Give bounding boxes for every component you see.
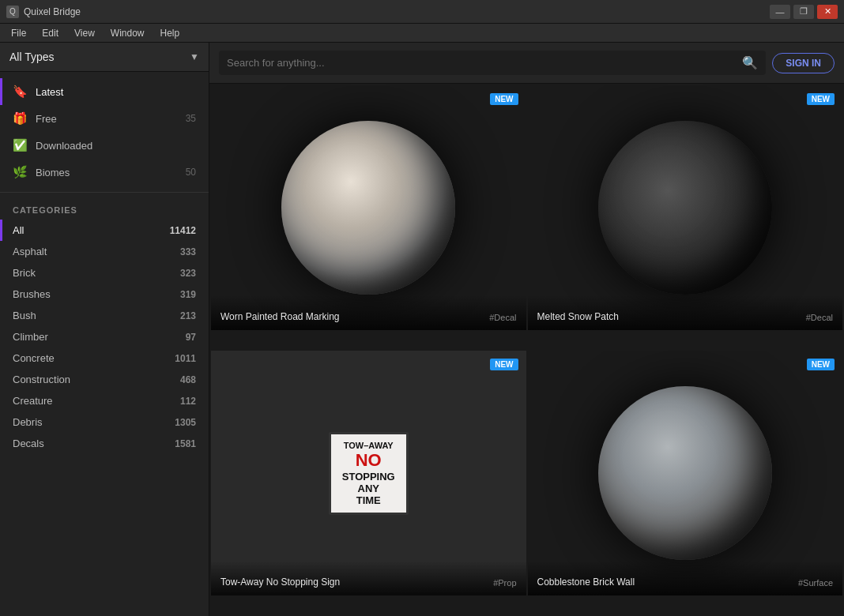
category-item-9[interactable]: Debris1305 [0, 411, 209, 433]
asset-preview-sign: TOW–AWAY NO STOPPING ANY TIME [211, 351, 526, 595]
search-icon: 🔍 [742, 55, 758, 70]
asset-info-1: Melted Snow Patch #Decal [528, 295, 843, 330]
nav-biomes[interactable]: 🌿 Biomes 50 [0, 159, 209, 186]
nav-free-label: Free [36, 113, 57, 125]
gift-icon: 🎁 [13, 111, 28, 126]
categories-list: All11412Asphalt333Brick323Brushes319Bush… [0, 220, 209, 454]
menu-help[interactable]: Help [153, 26, 188, 40]
category-item-7[interactable]: Construction468 [0, 369, 209, 390]
menu-bar: File Edit View Window Help [0, 24, 844, 43]
nav-free[interactable]: 🎁 Free 35 [0, 105, 209, 132]
menu-file[interactable]: File [3, 26, 34, 40]
search-bar: 🔍 SIGN IN [209, 43, 844, 84]
nav-latest[interactable]: 🔖 Latest [0, 78, 209, 105]
asset-preview-snow [598, 121, 772, 295]
category-label-5: Climber [13, 331, 48, 343]
nav-downloaded-label: Downloaded [36, 140, 92, 152]
asset-info-3: Cobblestone Brick Wall #Surface [528, 561, 843, 595]
category-item-2[interactable]: Brick323 [0, 262, 209, 284]
minimize-button[interactable]: — [770, 5, 790, 19]
asset-preview-brick [598, 386, 772, 560]
app-body: All Types ▼ 🔖 Latest 🎁 Free 35 ✅ Downloa… [0, 43, 844, 616]
search-input[interactable] [227, 57, 736, 69]
bookmark-icon: 🔖 [13, 85, 28, 99]
type-selector-label: All Types [9, 51, 55, 63]
category-count-7: 468 [180, 374, 196, 385]
category-label-7: Construction [13, 374, 70, 385]
category-item-10[interactable]: Decals1581 [0, 433, 209, 454]
category-item-3[interactable]: Brushes319 [0, 284, 209, 305]
asset-info-2: Tow-Away No Stopping Sign #Prop [211, 561, 526, 595]
asset-title-0: Worn Painted Road Marking [220, 311, 340, 322]
app-icon: Q [6, 6, 19, 18]
maximize-button[interactable]: ❐ [793, 5, 814, 19]
asset-title-3: Cobblestone Brick Wall [537, 577, 635, 588]
asset-card-2[interactable]: TOW–AWAY NO STOPPING ANY TIME NEW Tow-Aw… [211, 351, 526, 595]
nav-latest-label: Latest [36, 86, 63, 98]
close-button[interactable]: ✕ [817, 5, 838, 19]
asset-tag-2: #Prop [493, 578, 516, 588]
category-item-5[interactable]: Climber97 [0, 326, 209, 347]
badge-new-1: NEW [807, 93, 835, 105]
category-label-2: Brick [13, 267, 36, 279]
nav-biomes-label: Biomes [36, 167, 70, 178]
menu-view[interactable]: View [66, 26, 103, 40]
category-count-0: 11412 [170, 225, 196, 236]
asset-card-0[interactable]: NEW Worn Painted Road Marking #Decal [211, 85, 526, 330]
menu-window[interactable]: Window [103, 26, 153, 40]
window-controls: — ❐ ✕ [770, 5, 838, 19]
category-count-5: 97 [186, 332, 196, 343]
category-count-4: 213 [180, 310, 196, 321]
window-title: Quixel Bridge [24, 6, 770, 17]
badge-new-3: NEW [807, 359, 835, 370]
category-count-9: 1305 [175, 417, 196, 428]
asset-tag-3: #Surface [798, 578, 833, 588]
badge-new-0: NEW [490, 93, 518, 105]
categories-header: CATEGORIES [0, 196, 209, 220]
asset-title-2: Tow-Away No Stopping Sign [220, 577, 340, 588]
category-count-1: 333 [180, 246, 196, 257]
sign-box: TOW–AWAY NO STOPPING ANY TIME [329, 432, 409, 515]
category-count-10: 1581 [175, 438, 196, 449]
asset-preview-worn [281, 121, 455, 295]
category-label-9: Debris [13, 416, 43, 428]
nav-section: 🔖 Latest 🎁 Free 35 ✅ Downloaded 🌿 Biomes… [0, 72, 209, 192]
category-label-10: Decals [13, 438, 44, 449]
nav-downloaded[interactable]: ✅ Downloaded [0, 132, 209, 159]
sign-in-button[interactable]: SIGN IN [772, 53, 835, 73]
menu-edit[interactable]: Edit [34, 26, 66, 40]
type-selector[interactable]: All Types ▼ [0, 43, 209, 72]
asset-card-1[interactable]: NEW Melted Snow Patch #Decal [528, 85, 843, 330]
category-count-2: 323 [180, 268, 196, 279]
category-label-0: All [13, 224, 24, 236]
main-content: 🔍 SIGN IN NEW Worn Painted Road Marking … [209, 43, 844, 616]
category-item-0[interactable]: All11412 [0, 220, 209, 241]
asset-card-3[interactable]: NEW Cobblestone Brick Wall #Surface [528, 351, 843, 595]
category-count-3: 319 [180, 289, 196, 300]
title-bar: Q Quixel Bridge — ❐ ✕ [0, 0, 844, 24]
asset-tag-1: #Decal [806, 313, 833, 322]
chevron-down-icon: ▼ [190, 51, 199, 62]
category-label-1: Asphalt [13, 246, 47, 257]
category-label-3: Brushes [13, 288, 51, 300]
category-label-4: Bush [13, 310, 36, 321]
category-count-8: 112 [180, 396, 196, 407]
category-count-6: 1011 [175, 353, 196, 364]
sidebar: All Types ▼ 🔖 Latest 🎁 Free 35 ✅ Downloa… [0, 43, 209, 616]
leaf-icon: 🌿 [13, 165, 28, 179]
category-item-6[interactable]: Concrete1011 [0, 347, 209, 369]
asset-title-1: Melted Snow Patch [537, 311, 619, 322]
category-item-8[interactable]: Creature112 [0, 390, 209, 411]
asset-grid: NEW Worn Painted Road Marking #Decal NEW… [209, 84, 844, 616]
search-wrapper[interactable]: 🔍 [219, 51, 766, 75]
check-circle-icon: ✅ [13, 138, 28, 152]
asset-info-0: Worn Painted Road Marking #Decal [211, 295, 526, 330]
divider [0, 192, 209, 193]
asset-tag-0: #Decal [489, 313, 516, 322]
category-label-6: Concrete [13, 352, 55, 364]
nav-free-count: 35 [186, 113, 196, 124]
badge-new-2: NEW [490, 359, 518, 370]
category-item-1[interactable]: Asphalt333 [0, 241, 209, 262]
nav-biomes-count: 50 [186, 167, 196, 178]
category-item-4[interactable]: Bush213 [0, 305, 209, 326]
